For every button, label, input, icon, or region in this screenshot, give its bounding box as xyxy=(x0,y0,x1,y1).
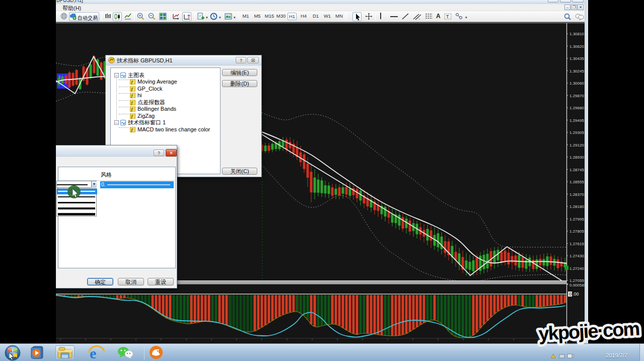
svg-text:1.29120: 1.29120 xyxy=(569,143,584,148)
svg-text:1.29495: 1.29495 xyxy=(569,118,584,123)
svg-text:1.28555: 1.28555 xyxy=(569,180,584,184)
svg-text:1.30620: 1.30620 xyxy=(569,44,584,49)
svg-text:1.28180: 1.28180 xyxy=(569,204,584,209)
svg-text:1.28370: 1.28370 xyxy=(569,192,584,197)
svg-text:1.30245: 1.30245 xyxy=(569,69,584,74)
svg-text:1.27240: 1.27240 xyxy=(569,266,584,271)
svg-text:0: 0 xyxy=(569,292,571,297)
svg-text:T: T xyxy=(446,14,449,19)
svg-text:1.30060: 1.30060 xyxy=(569,81,584,86)
svg-text:1.29305: 1.29305 xyxy=(569,130,584,135)
svg-text:1.27805: 1.27805 xyxy=(569,229,584,234)
svg-text:1.29680: 1.29680 xyxy=(569,106,584,110)
svg-text:1.28745: 1.28745 xyxy=(569,168,584,172)
svg-text:1.30810: 1.30810 xyxy=(569,32,584,36)
svg-text:.00: .00 xyxy=(573,292,579,297)
svg-text:ykpojie·com: ykpojie·com xyxy=(538,318,639,344)
svg-text:0.000585: 0.000585 xyxy=(569,283,587,287)
svg-text:1.27995: 1.27995 xyxy=(569,217,584,222)
svg-text:1.27615: 1.27615 xyxy=(569,242,584,246)
svg-text:1.27055: 1.27055 xyxy=(569,278,584,283)
svg-text:1.28930: 1.28930 xyxy=(569,155,584,160)
svg-text:1.29870: 1.29870 xyxy=(569,94,584,98)
svg-text:1.27430: 1.27430 xyxy=(569,254,584,258)
svg-text:1.30435: 1.30435 xyxy=(569,56,584,61)
